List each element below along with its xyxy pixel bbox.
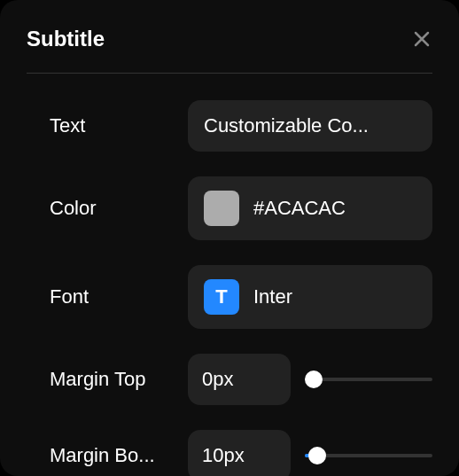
margin-top-input[interactable]: 0px (188, 354, 291, 405)
close-icon[interactable] (411, 28, 432, 50)
margin-top-slider[interactable] (305, 369, 432, 390)
panel-header: Subtitle (27, 27, 432, 74)
field-label: Margin Bo... (50, 444, 174, 467)
field-row-color: Color #ACACAC (50, 176, 432, 240)
margin-top-value: 0px (202, 368, 233, 390)
fields-container: Text Customizable Co... Color #ACACAC Fo… (27, 100, 432, 476)
text-input-value: Customizable Co... (204, 114, 369, 137)
field-label: Text (50, 114, 174, 137)
color-swatch[interactable] (204, 191, 239, 226)
font-icon: T (204, 279, 239, 315)
slider-track (305, 378, 432, 381)
margin-bottom-slider[interactable] (305, 445, 432, 466)
field-row-margin-top: Margin Top 0px (50, 354, 432, 405)
field-label: Color (50, 197, 174, 220)
color-input[interactable]: #ACACAC (188, 176, 432, 240)
field-label: Font (50, 285, 174, 308)
field-label: Margin Top (50, 368, 174, 391)
font-icon-letter: T (215, 285, 227, 308)
text-input[interactable]: Customizable Co... (188, 100, 432, 152)
panel-title: Subtitle (27, 27, 105, 51)
field-row-margin-bottom: Margin Bo... 10px (50, 430, 432, 476)
font-value: Inter (253, 285, 292, 308)
field-row-font: Font T Inter (50, 265, 432, 329)
slider-thumb[interactable] (305, 371, 323, 388)
slider-thumb[interactable] (308, 447, 326, 464)
font-input[interactable]: T Inter (188, 265, 432, 329)
color-hex-value: #ACACAC (253, 197, 346, 220)
subtitle-panel: Subtitle Text Customizable Co... Color #… (0, 0, 459, 476)
margin-bottom-input[interactable]: 10px (188, 430, 291, 476)
margin-bottom-value: 10px (202, 444, 245, 466)
field-row-text: Text Customizable Co... (50, 100, 432, 152)
